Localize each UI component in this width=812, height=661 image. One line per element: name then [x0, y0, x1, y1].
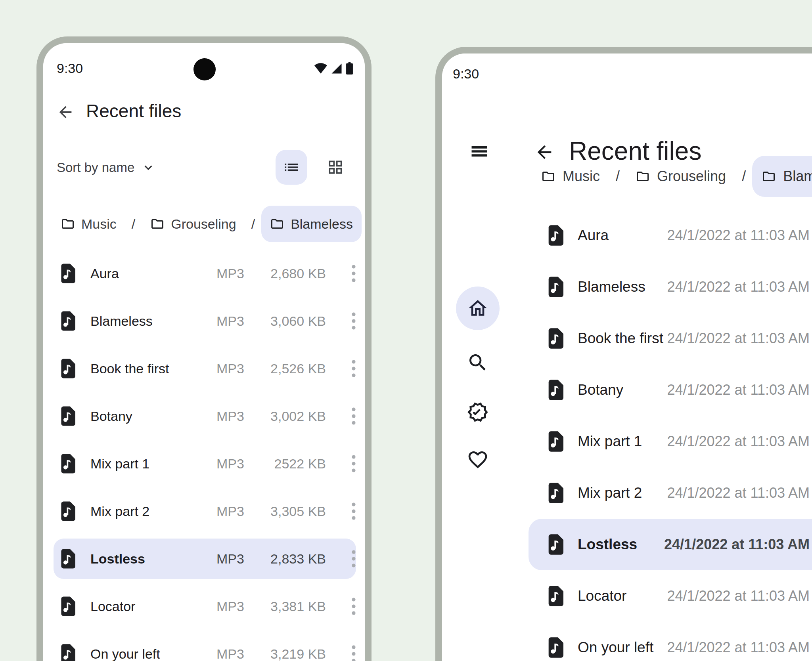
breadcrumb-label: Grouseling [657, 168, 726, 185]
battery-icon [346, 62, 353, 75]
file-size: 3,305 KB [252, 504, 326, 519]
file-name: Mix part 1 [90, 456, 209, 472]
more-vert-icon[interactable] [351, 407, 356, 426]
folder-icon [150, 217, 165, 231]
file-row[interactable]: Blameless 24/1/2022 at 11:03 AM [529, 261, 812, 313]
back-button[interactable] [54, 101, 77, 123]
file-name: Aura [578, 227, 667, 244]
file-name: Aura [90, 266, 209, 281]
file-row[interactable]: Mix part 1 24/1/2022 at 11:03 AM [529, 416, 812, 467]
more-vert-icon[interactable] [351, 502, 356, 521]
file-type: MP3 [209, 456, 252, 472]
breadcrumb-item-grouseling[interactable]: Grouseling [142, 206, 245, 242]
breadcrumb-separator: / [735, 168, 752, 185]
file-list: Aura MP3 2,680 KB Blameless MP3 3,060 KB… [54, 250, 356, 661]
breadcrumb-separator: / [125, 216, 142, 232]
status-time: 9:30 [57, 61, 83, 76]
file-date: 24/1/2022 at 11:03 AM [664, 536, 810, 553]
audio-file-icon [547, 637, 563, 658]
more-vert-icon[interactable] [351, 549, 356, 568]
file-row[interactable]: Botany MP3 3,002 KB [54, 392, 356, 440]
file-date: 24/1/2022 at 11:03 AM [667, 330, 810, 347]
file-type: MP3 [209, 504, 252, 519]
file-date: 24/1/2022 at 11:03 AM [667, 227, 810, 244]
file-name: Mix part 2 [578, 485, 667, 501]
folder-icon [270, 217, 284, 231]
audio-file-icon [59, 644, 75, 661]
left-phone-screen: 9:30 Recent files Sort by name [43, 43, 365, 661]
right-phone-frame: 9:30 Recent files Music / Grouseling / [435, 47, 812, 661]
file-row[interactable]: Locator 24/1/2022 at 11:03 AM [529, 570, 812, 622]
breadcrumb-label: Grouseling [171, 216, 236, 232]
file-name: Blameless [578, 279, 667, 295]
chevron-down-icon [141, 160, 156, 175]
left-phone-frame: 9:30 Recent files Sort by name [36, 36, 372, 661]
cellular-signal-icon [331, 63, 343, 75]
file-row[interactable]: Book the first MP3 2,526 KB [54, 345, 356, 392]
file-date: 24/1/2022 at 11:03 AM [667, 279, 810, 295]
file-row[interactable]: Mix part 2 MP3 3,305 KB [54, 487, 356, 535]
file-row[interactable]: Book the first 24/1/2022 at 11:03 AM [529, 313, 812, 364]
file-type: MP3 [209, 266, 252, 281]
file-row[interactable]: Aura 24/1/2022 at 11:03 AM [529, 210, 812, 261]
audio-file-icon [547, 277, 563, 297]
audio-file-icon [59, 311, 75, 331]
file-size: 3,219 KB [252, 646, 326, 661]
rail-item-search[interactable] [467, 352, 489, 374]
folder-icon [762, 169, 776, 183]
breadcrumb-item-music[interactable]: Music [532, 156, 609, 197]
more-vert-icon[interactable] [351, 359, 356, 378]
verified-badge-icon [467, 401, 489, 423]
menu-button[interactable] [467, 138, 491, 164]
file-type: MP3 [209, 646, 252, 661]
camera-punch-hole-icon [193, 58, 216, 80]
file-date: 24/1/2022 at 11:03 AM [667, 588, 810, 604]
status-icons [314, 62, 353, 75]
file-name: Locator [578, 588, 667, 604]
more-vert-icon[interactable] [351, 454, 356, 473]
audio-file-icon [547, 328, 563, 349]
file-row[interactable]: Blameless MP3 3,060 KB [54, 297, 356, 345]
file-name: Botany [578, 382, 667, 398]
breadcrumb-item-music[interactable]: Music [52, 206, 125, 242]
rail-item-favorites[interactable] [467, 449, 489, 471]
more-vert-icon[interactable] [351, 311, 356, 330]
file-name: Botany [90, 409, 209, 424]
list-view-toggle[interactable] [276, 150, 307, 185]
file-size: 2,833 KB [252, 551, 326, 567]
file-row[interactable]: Mix part 2 24/1/2022 at 11:03 AM [529, 467, 812, 519]
file-row[interactable]: Botany 24/1/2022 at 11:03 AM [529, 364, 812, 416]
file-row[interactable]: Lostless MP3 2,833 KB [54, 535, 356, 583]
more-vert-icon[interactable] [351, 597, 356, 616]
audio-file-icon [547, 534, 563, 555]
file-name: On your left [90, 646, 209, 661]
breadcrumb-item-blameless[interactable]: Blameless [752, 156, 812, 197]
file-row[interactable]: Lostless 24/1/2022 at 11:03 AM [529, 519, 812, 570]
file-row[interactable]: Locator MP3 3,381 KB [54, 583, 356, 630]
breadcrumb-item-blameless[interactable]: Blameless [261, 206, 362, 242]
file-row[interactable]: On your left MP3 3,219 KB [54, 630, 356, 661]
sort-menu-button[interactable]: Sort by name [57, 158, 156, 177]
more-vert-icon[interactable] [351, 644, 356, 661]
audio-file-icon [59, 596, 75, 616]
grid-view-icon [327, 159, 344, 176]
grid-view-toggle[interactable] [320, 155, 350, 180]
file-row[interactable]: On your left 24/1/2022 at 11:03 AM [529, 622, 812, 661]
page-title: Recent files [86, 99, 181, 123]
file-row[interactable]: Mix part 1 MP3 2522 KB [54, 440, 356, 487]
status-time: 9:30 [453, 66, 479, 82]
breadcrumb-label: Music [563, 168, 600, 185]
file-name: Lostless [578, 536, 664, 553]
file-name: Blameless [90, 313, 209, 329]
audio-file-icon [59, 549, 75, 569]
file-name: Book the first [90, 361, 209, 376]
file-row[interactable]: Aura MP3 2,680 KB [54, 250, 356, 297]
file-date: 24/1/2022 at 11:03 AM [667, 433, 810, 450]
rail-item-verified[interactable] [467, 401, 489, 423]
audio-file-icon [547, 380, 563, 400]
breadcrumb-item-grouseling[interactable]: Grouseling [626, 156, 735, 197]
file-type: MP3 [209, 313, 252, 329]
rail-item-home[interactable] [456, 287, 500, 330]
more-vert-icon[interactable] [351, 264, 356, 283]
file-size: 2,526 KB [252, 361, 326, 376]
